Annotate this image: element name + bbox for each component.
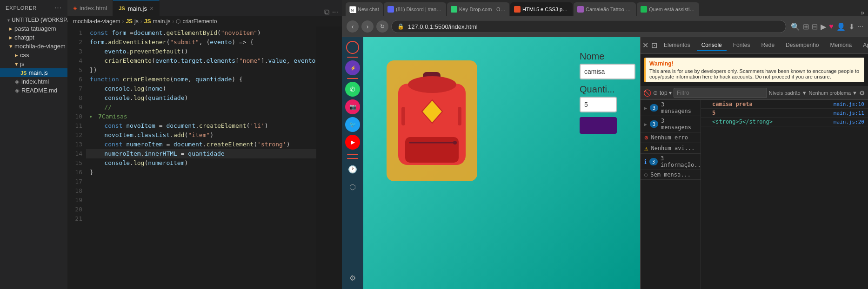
group-triangle2: ▶ (644, 122, 647, 127)
top-dropdown[interactable]: top ▾ (660, 90, 672, 96)
youtube-icon[interactable]: ▶ (345, 135, 360, 150)
group-triangle1: ▶ (644, 105, 647, 111)
sidebar-item-chatgpt[interactable]: ▸ chatgpt (0, 33, 67, 42)
info-label: 3 informação... (661, 155, 704, 168)
sidebar-item-indexhtml[interactable]: ◈ index.html (0, 77, 67, 86)
tab-indexhtml[interactable]: ◈ index.html (67, 0, 113, 16)
nivel-dropdown[interactable]: Níveis padrão ▼ (769, 90, 807, 96)
sidebar-item-css[interactable]: ▸ css (0, 51, 67, 59)
console-clear-icon[interactable]: 🚫 (643, 89, 651, 97)
console-source-1[interactable]: main.js:10 (834, 101, 864, 107)
md-file-icon: ◈ (15, 87, 20, 94)
console-group-2[interactable]: ▶ 3 3 mensagens (641, 116, 701, 132)
console-row-warn[interactable]: ⚠ Nenhum avi... (641, 143, 701, 154)
console-gear-icon[interactable]: ⚙ (859, 89, 865, 97)
devtools-tab-rede[interactable]: Rede (756, 40, 779, 51)
breadcrumb-sep2: › (140, 18, 142, 25)
tab-mainjs[interactable]: JS main.js × (113, 0, 160, 16)
apps-icon[interactable]: ⊟ (812, 22, 818, 31)
warning-text: This area is for use by developers only.… (649, 68, 859, 79)
form-area: Nome Quanti... (580, 51, 635, 134)
sidebar-label-mochila: mochila-de-viagem (14, 43, 66, 50)
warn-icon: ⚠ (644, 144, 648, 152)
browser-tab-assistin[interactable]: Quem está assistin... (637, 2, 699, 16)
devtools-tab-memoria[interactable]: Memória (826, 40, 857, 51)
sidebar-item-mainjs[interactable]: JS main.js (0, 68, 67, 77)
more-actions-icon[interactable]: ··· (332, 8, 338, 16)
devtools-tab-fontes[interactable]: Fontes (728, 40, 755, 51)
whatsapp-icon[interactable]: ✆ (345, 82, 360, 97)
close-tab-icon[interactable]: × (150, 5, 154, 12)
workspace-item[interactable]: ▾ UNTITLED (WORKSPACE) (0, 16, 67, 24)
explorer-more-icon[interactable]: ··· (54, 4, 62, 12)
search-icon[interactable]: 🔍 (791, 22, 800, 31)
qty-input[interactable] (580, 97, 617, 112)
instagram-icon[interactable]: 📷 (345, 99, 360, 114)
assistin-tab-label: Quem está assistin... (649, 7, 695, 12)
split-editor-icon[interactable]: ⧉ (324, 8, 329, 16)
console-entry-1: camisa preta main.js:10 (701, 100, 868, 109)
twitter-icon[interactable]: 🐦 (345, 117, 360, 132)
browser-tab-camaleao[interactable]: Camaleão Tattoo St... (574, 2, 636, 16)
devtools-close-icon[interactable]: ✕ (642, 41, 648, 50)
sidebar-item-readme[interactable]: ◈ README.md (0, 86, 67, 95)
browser-tab-discord[interactable]: (81) Discord | #ann... (384, 2, 446, 16)
browser-tab-newchat[interactable]: N New chat (346, 2, 383, 16)
console-row-error[interactable]: ⊗ Nenhum erro (641, 132, 701, 143)
favorite-icon[interactable]: ♥ (829, 22, 834, 31)
devtools-tab-desempenho[interactable]: Desempenho (781, 40, 823, 51)
extensions-icon[interactable]: ⊞ (803, 22, 809, 31)
console-source-2[interactable]: main.js:11 (834, 110, 864, 116)
line-numbers: 12345 678910 1112131415 1617181920 21 (67, 26, 86, 289)
browser-tab-html5[interactable]: HTML5 e CSS3 part... (510, 2, 573, 16)
back-button[interactable]: ‹ (347, 20, 359, 33)
warn-label: Nenhum avi... (651, 145, 694, 151)
browser-tab-keydrop[interactable]: Key-Drop.com - Op... (447, 2, 509, 16)
warning-title: Warning! (649, 60, 861, 67)
camaleao-favicon (577, 6, 584, 13)
forward-button[interactable]: › (361, 20, 374, 33)
name-input[interactable] (580, 64, 635, 79)
console-group-1[interactable]: ▶ 3 3 mensagens (641, 100, 701, 116)
nenhum-dropdown[interactable]: Nenhum problema ▼ (809, 90, 857, 96)
sidebar-item-js[interactable]: ▾ js (0, 59, 67, 68)
more-icon[interactable]: ··· (857, 22, 863, 31)
devtools-inspect-icon[interactable]: ⊡ (651, 41, 657, 50)
sidebar-item-pasta-tatuagem[interactable]: ▸ pasta tatuagem (0, 24, 67, 33)
clock-icon[interactable]: 🕐 (345, 162, 360, 177)
submit-button-area[interactable] (580, 117, 617, 134)
folder-icon: ▸ (9, 25, 13, 32)
messenger-icon[interactable]: ⚡ (345, 60, 360, 75)
console-row-info[interactable]: ℹ 3 3 informação... (641, 154, 701, 170)
devtools-tab-aplicativo[interactable]: Aplicativo (858, 40, 868, 51)
devtools-tab-console[interactable]: Console (697, 40, 727, 51)
cube-icon[interactable]: ⬡ (345, 179, 360, 194)
sidebar-item-mochila[interactable]: ▾ mochila-de-viagem (0, 42, 67, 51)
console-source-3[interactable]: main.js:20 (834, 119, 864, 125)
devtools-panel: ✕ ⊡ Elementos Console Fontes Rede Desemp… (640, 37, 868, 289)
download-icon[interactable]: ⬇ (848, 22, 855, 31)
refresh-button[interactable]: ↻ (376, 20, 388, 33)
expand-tabs-button[interactable]: » (861, 9, 864, 16)
devtools-tab-elementos[interactable]: Elementos (659, 40, 695, 51)
console-row-sem[interactable]: ○ Sem mensa... (641, 170, 701, 180)
code-editor[interactable]: 12345 678910 1112131415 1617181920 21 co… (67, 26, 342, 289)
gear-icon[interactable]: ⚙ (345, 270, 360, 285)
error-icon: ⊗ (644, 134, 648, 141)
keydrop-favicon (451, 6, 457, 13)
red-circle-icon[interactable] (346, 41, 359, 54)
breadcrumb-criar: criarElemento (182, 18, 217, 25)
play-icon[interactable]: ▶ (821, 22, 826, 31)
error-label: Nenhum erro (651, 134, 688, 141)
divider4 (347, 158, 358, 159)
sem-label: Sem mensa... (650, 171, 691, 178)
breadcrumb-mochila: mochila-de-viagem (73, 18, 120, 25)
console-filter-icon[interactable]: ⊙ (653, 90, 658, 96)
address-bar[interactable]: 🔒 127.0.0.1:5500/index.html (391, 20, 786, 33)
breadcrumb-mainjs: main.js (153, 18, 170, 25)
console-filter-input[interactable] (674, 88, 767, 98)
profile-icon[interactable]: 👤 (836, 22, 846, 31)
qty-label: Quanti... (580, 84, 635, 95)
svg-rect-13 (458, 107, 461, 125)
svg-rect-8 (405, 137, 459, 163)
